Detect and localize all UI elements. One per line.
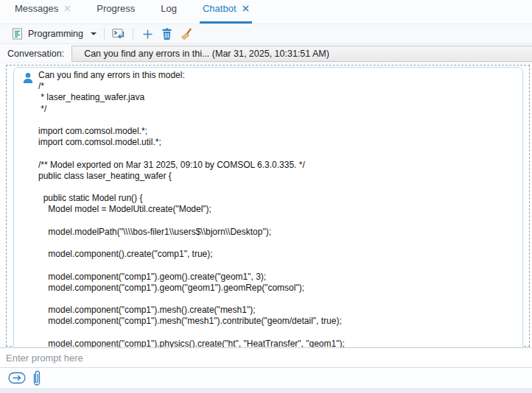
attach-icon <box>32 369 42 387</box>
toolbar-separator <box>104 28 105 40</box>
close-icon[interactable] <box>64 5 71 12</box>
tab-messages[interactable]: Messages <box>13 0 72 24</box>
tab-log-label: Log <box>161 3 177 14</box>
new-conversation-button[interactable] <box>138 26 157 42</box>
prompt-row <box>0 348 532 368</box>
mode-dropdown-label: Programming <box>28 29 83 39</box>
close-icon[interactable] <box>242 5 249 12</box>
tab-progress[interactable]: Progress <box>95 0 136 24</box>
attach-button[interactable] <box>32 369 42 387</box>
user-message-bubble: Can you find any errors in this model: /… <box>13 67 523 348</box>
user-message-text: Can you find any errors in this model: /… <box>38 70 517 348</box>
prompt-actions <box>0 368 532 388</box>
tab-messages-label: Messages <box>15 3 58 14</box>
chat-transcript[interactable]: Can you find any errors in this model: /… <box>0 63 532 348</box>
run-code-button[interactable] <box>109 26 128 42</box>
run-code-icon <box>112 27 125 40</box>
conversation-select-value: Can you find any errors in thi... (Mar 3… <box>84 49 329 59</box>
mode-dropdown[interactable]: Programming <box>7 26 99 42</box>
prompt-input[interactable] <box>0 348 532 367</box>
send-button[interactable] <box>8 372 27 384</box>
conversation-select[interactable]: Can you find any errors in thi... (Mar 3… <box>71 46 532 62</box>
clear-conversation-button[interactable] <box>176 26 195 42</box>
chatbot-window: Messages Progress Log Chatbot <box>0 0 532 393</box>
delete-conversation-button[interactable] <box>157 26 176 42</box>
send-icon <box>8 372 27 384</box>
add-icon <box>141 27 154 40</box>
toolbar-separator <box>133 28 133 40</box>
tab-chatbot-label: Chatbot <box>203 3 237 14</box>
clear-icon <box>179 27 192 40</box>
chatbot-toolbar: Programming <box>0 24 532 44</box>
tab-bar: Messages Progress Log Chatbot <box>0 0 532 24</box>
conversation-bar: Conversation: Can you find any errors in… <box>0 44 532 63</box>
delete-icon <box>160 27 173 40</box>
chevron-down-icon <box>91 32 97 35</box>
conversation-label: Conversation: <box>7 49 64 59</box>
tab-log[interactable]: Log <box>159 0 178 24</box>
tab-progress-label: Progress <box>97 3 135 14</box>
user-avatar-icon <box>22 72 34 84</box>
footer-strip <box>0 388 532 393</box>
programming-icon <box>10 27 24 40</box>
tab-chatbot[interactable]: Chatbot <box>201 0 251 24</box>
